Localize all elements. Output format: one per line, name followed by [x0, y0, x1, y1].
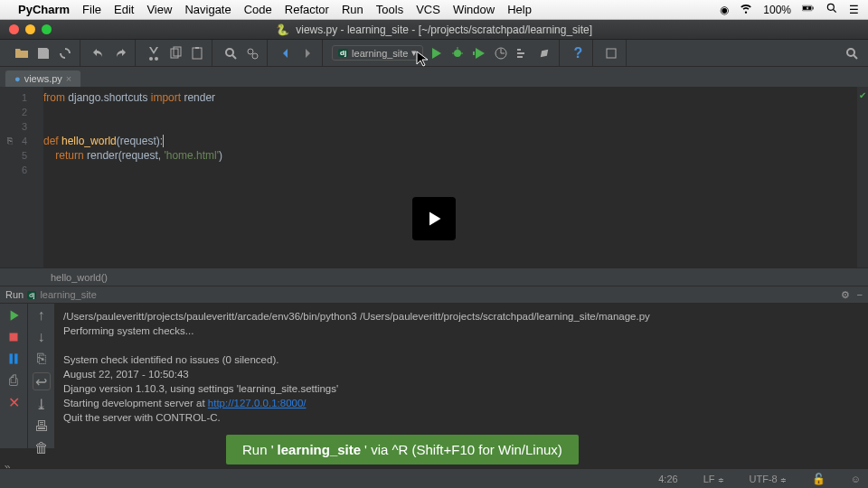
- redo-button[interactable]: [111, 44, 129, 62]
- code-text: ): [219, 149, 222, 162]
- menu-vcs[interactable]: VCS: [416, 3, 440, 16]
- code-text: return: [55, 149, 87, 162]
- structure-icon[interactable]: ⎘: [7, 134, 13, 148]
- window-maximize-button[interactable]: [42, 24, 52, 34]
- wifi-icon[interactable]: [740, 2, 752, 17]
- concurrency-button[interactable]: [514, 44, 532, 62]
- menu-code[interactable]: Code: [244, 3, 272, 16]
- soft-wrap-toggle[interactable]: ↩: [33, 372, 51, 390]
- macos-menu-bar: PyCharm File Edit View Navigate Code Ref…: [0, 0, 868, 20]
- code-text: def: [43, 135, 61, 147]
- up-stack-button[interactable]: ↑: [33, 307, 51, 324]
- pause-button[interactable]: [5, 351, 22, 367]
- menu-help[interactable]: Help: [507, 3, 532, 16]
- menu-file[interactable]: File: [82, 3, 101, 16]
- console-line: System check identified no issues (0 sil…: [63, 354, 278, 365]
- spotlight-icon[interactable]: [826, 2, 838, 17]
- undo-button[interactable]: [90, 44, 108, 62]
- code-editor[interactable]: 1 2 3 ⎘4 5 6 from django.shortcuts impor…: [0, 87, 868, 267]
- chevron-down-icon: ≑: [718, 476, 724, 484]
- replace-button[interactable]: [243, 44, 261, 62]
- editor-tab-views[interactable]: ● views.py ×: [5, 70, 80, 87]
- code-area[interactable]: from django.shortcuts import render def …: [43, 87, 857, 267]
- search-everywhere-button[interactable]: [843, 44, 861, 62]
- console-line: /Users/pauleveritt/projects/pauleveritt/…: [63, 311, 650, 322]
- close-tool-button[interactable]: ✕: [5, 394, 22, 410]
- close-icon[interactable]: ×: [66, 73, 71, 84]
- editor-gutter[interactable]: 1 2 3 ⎘4 5 6: [0, 87, 43, 267]
- svg-rect-7: [193, 48, 202, 59]
- menu-view[interactable]: View: [146, 3, 172, 16]
- svg-rect-29: [14, 353, 17, 363]
- find-button[interactable]: [222, 44, 240, 62]
- open-file-button[interactable]: [13, 44, 31, 62]
- app-name[interactable]: PyCharm: [18, 3, 70, 16]
- cut-button[interactable]: [145, 44, 163, 62]
- window-minimize-button[interactable]: [25, 24, 35, 34]
- hector-icon[interactable]: ☺: [851, 474, 861, 484]
- main-toolbar: dj learning_site ▾ ?: [0, 40, 868, 67]
- file-encoding[interactable]: UTF-8 ≑: [750, 474, 787, 484]
- menu-refactor[interactable]: Refactor: [285, 3, 329, 16]
- svg-rect-23: [517, 56, 523, 58]
- svg-point-11: [248, 49, 253, 54]
- console-line: Performing system checks...: [63, 325, 193, 336]
- readonly-lock-icon[interactable]: 🔓: [812, 473, 826, 485]
- editor-marker-bar[interactable]: ✔: [857, 87, 868, 267]
- svg-line-4: [834, 10, 836, 13]
- rerun-button[interactable]: [5, 307, 22, 324]
- menu-extra-icon[interactable]: ☰: [849, 4, 859, 16]
- title-path: [~/projects/scratchpad/learning_site]: [419, 23, 592, 36]
- django-badge-icon: dj: [27, 291, 36, 299]
- debug-button[interactable]: [448, 44, 467, 62]
- line-separator[interactable]: LF ≑: [703, 474, 724, 484]
- run-coverage-button[interactable]: [470, 44, 488, 62]
- menu-navigate[interactable]: Navigate: [184, 3, 231, 16]
- dump-threads-button[interactable]: ⎙: [5, 372, 22, 389]
- run-button[interactable]: [427, 44, 445, 62]
- nav-back-button[interactable]: [277, 44, 295, 62]
- minimize-icon[interactable]: −: [857, 289, 863, 301]
- scroll-end-button[interactable]: ⤓: [33, 396, 51, 413]
- ide-settings-button[interactable]: [602, 44, 620, 62]
- caret-position[interactable]: 4:26: [658, 474, 677, 484]
- run-tool-window: ⎙ ✕ ↑ ↓ ⎘ ↩ ⤓ 🖶 🗑 /Users/pauleveritt/pro…: [0, 304, 868, 448]
- tip-text: Run ': [242, 442, 274, 457]
- profile-button[interactable]: [492, 44, 510, 62]
- window-close-button[interactable]: [9, 24, 19, 34]
- console-url-link[interactable]: http://127.0.0.1:8000/: [208, 398, 307, 408]
- save-button[interactable]: [34, 44, 52, 62]
- down-stack-button[interactable]: ↓: [33, 329, 51, 345]
- battery-icon[interactable]: [802, 2, 815, 17]
- console-output[interactable]: /Users/pauleveritt/projects/pauleveritt/…: [54, 304, 868, 448]
- clear-button[interactable]: 🗑: [33, 440, 51, 456]
- video-play-button[interactable]: [412, 197, 456, 240]
- run-config-name: learning_site: [352, 48, 408, 59]
- breadcrumb-item[interactable]: hello_world(): [51, 272, 108, 283]
- menu-run[interactable]: Run: [342, 3, 363, 16]
- tip-target: learning_site: [278, 442, 362, 457]
- title-project: learning_site: [347, 23, 409, 36]
- copy-button[interactable]: [166, 44, 184, 62]
- run-tool-title: Run: [5, 289, 24, 300]
- stop-button[interactable]: [535, 44, 553, 62]
- svg-line-10: [232, 55, 236, 59]
- help-button[interactable]: ?: [569, 44, 587, 62]
- line-number: 5: [4, 148, 27, 163]
- gear-icon[interactable]: ⚙: [841, 289, 850, 301]
- stop-process-button[interactable]: [5, 329, 22, 345]
- menu-edit[interactable]: Edit: [114, 3, 134, 16]
- print-button[interactable]: 🖶: [33, 418, 51, 435]
- tip-banner: Run 'learning_site' via ^R (Shift+F10 fo…: [226, 435, 579, 465]
- sync-button[interactable]: [56, 44, 74, 62]
- run-configuration-selector[interactable]: dj learning_site ▾: [332, 45, 423, 61]
- restore-layout-button[interactable]: ⎘: [33, 351, 51, 367]
- menu-tools[interactable]: Tools: [376, 3, 403, 16]
- nav-forward-button[interactable]: [298, 44, 316, 62]
- screencast-icon[interactable]: ◉: [720, 4, 729, 16]
- window-title: 🐍 views.py - learning_site - [~/projects…: [0, 23, 868, 36]
- paste-button[interactable]: [188, 44, 206, 62]
- breadcrumb-bar[interactable]: hello_world(): [0, 267, 868, 286]
- inspection-ok-icon[interactable]: ✔: [859, 90, 866, 100]
- menu-window[interactable]: Window: [453, 3, 495, 16]
